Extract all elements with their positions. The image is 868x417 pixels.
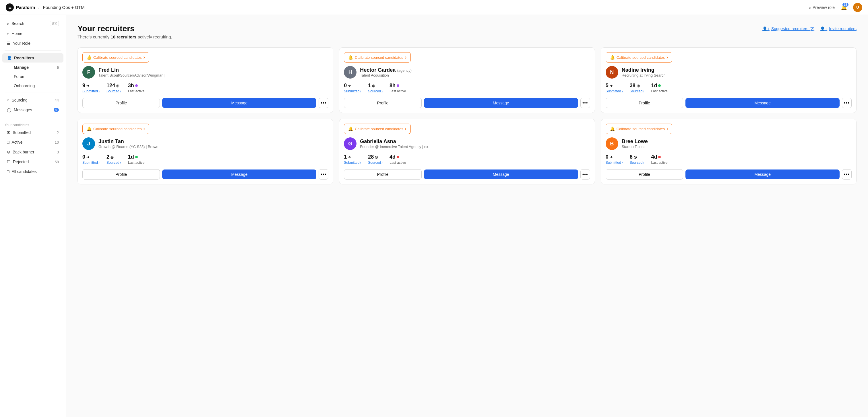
stat-last-active-bree-lowe: 4d Last active (651, 154, 668, 165)
sidebar-subitem-onboarding[interactable]: Onboarding (2, 81, 63, 90)
card-actions-fred-lin: Profile Message ••• (82, 98, 329, 108)
card-actions-gabriella-asna: Profile Message ••• (344, 169, 590, 179)
sidebar-divider-1 (5, 50, 61, 51)
more-options-button-nadine-irving[interactable]: ••• (842, 98, 851, 108)
role-icon: ☰ (7, 41, 11, 45)
search-icon: ⌕ (7, 21, 9, 26)
dots-icon: ••• (844, 172, 849, 177)
profile-button-hector-gardea[interactable]: Profile (344, 98, 422, 108)
send-icon: ➔ (348, 155, 351, 159)
recruiter-avatar-hector-gardea: H (344, 66, 356, 78)
recruiter-info-justin-tan: J Justin Tan Growth @ Roame (YC S23) | B… (82, 137, 329, 150)
main-header: Your recruiters There's currently 16 rec… (78, 24, 857, 39)
calibrate-button-gabriella-asna[interactable]: 🔔 Calibrate sourced candidates › (344, 124, 411, 134)
submitted-link-bree-lowe[interactable]: Submitted › (606, 161, 623, 165)
recruiter-avatar-bree-lowe: B (606, 137, 618, 150)
more-options-button-justin-tan[interactable]: ••• (319, 169, 329, 179)
sidebar-item-search[interactable]: ⌕ Search ⌘K (2, 19, 63, 28)
sourced-link-bree-lowe[interactable]: Sourced › (630, 161, 644, 165)
recruiter-name-justin-tan: Justin Tan (98, 139, 158, 144)
stat-last-active-hector-gardea: 8h Last active (390, 82, 406, 93)
recruiter-avatar-nadine-irving: N (606, 66, 618, 78)
submitted-link-fred-lin[interactable]: Submitted › (82, 89, 100, 93)
sourced-link-justin-tan[interactable]: Sourced › (106, 161, 121, 165)
recruiter-desc-nadine-irving: Recruiting at Irving Search (622, 73, 665, 77)
sidebar-item-submitted[interactable]: ✉ Submitted 2 (2, 128, 63, 137)
stats-row-fred-lin: 9 ➔ Submitted › 124 ◎ Sourced › (82, 82, 329, 93)
submitted-link-gabriella-asna[interactable]: Submitted › (344, 161, 361, 165)
recruiter-name-nadine-irving: Nadine Irving (622, 67, 665, 73)
send-icon: ➔ (86, 155, 89, 159)
sidebar-item-active[interactable]: □ Active 10 (2, 138, 63, 147)
sidebar-item-your-role[interactable]: ☰ Your Role (2, 39, 63, 48)
sourcing-icon: ○ (7, 98, 9, 102)
notification-button[interactable]: 🔔 15 (839, 3, 848, 12)
more-options-button-hector-gardea[interactable]: ••• (580, 98, 590, 108)
chevron-right-icon: › (666, 55, 668, 60)
recruiter-name-fred-lin: Fred Lin (98, 67, 165, 73)
activity-dot-hector-gardea (397, 84, 399, 87)
message-button-nadine-irving[interactable]: Message (685, 98, 840, 108)
stat-submitted-hector-gardea: 0 ➔ Submitted › (344, 82, 361, 93)
more-options-button-fred-lin[interactable]: ••• (319, 98, 329, 108)
dots-icon: ••• (321, 172, 327, 177)
message-button-gabriella-asna[interactable]: Message (424, 170, 578, 179)
submitted-link-hector-gardea[interactable]: Submitted › (344, 89, 361, 93)
recruiter-desc-hector-gardea: Talent Acquisition (360, 73, 412, 77)
message-button-fred-lin[interactable]: Message (162, 98, 316, 108)
submitted-link-justin-tan[interactable]: Submitted › (82, 161, 100, 165)
more-options-button-bree-lowe[interactable]: ••• (842, 169, 851, 179)
calibrate-button-bree-lowe[interactable]: 🔔 Calibrate sourced candidates › (606, 124, 673, 134)
submitted-link-nadine-irving[interactable]: Submitted › (606, 89, 623, 93)
sidebar-item-rejected[interactable]: ☐ Rejected 58 (2, 157, 63, 166)
sidebar-item-backburner[interactable]: ⊙ Back burner 3 (2, 147, 63, 157)
sourced-link-nadine-irving[interactable]: Sourced › (630, 89, 644, 93)
sidebar-item-sourcing[interactable]: ○ Sourcing 44 (2, 96, 63, 105)
sourced-link-fred-lin[interactable]: Sourced › (106, 89, 121, 93)
invite-recruiters-link[interactable]: 👤+ Invite recruiters (820, 26, 857, 31)
more-options-button-gabriella-asna[interactable]: ••• (580, 169, 590, 179)
profile-button-bree-lowe[interactable]: Profile (606, 169, 683, 179)
sidebar-subitem-manage[interactable]: Manage 6 (2, 63, 63, 72)
backburner-icon: ⊙ (7, 150, 10, 154)
calibrate-button-nadine-irving[interactable]: 🔔 Calibrate sourced candidates › (606, 52, 673, 63)
eye-icon: ◎ (375, 155, 378, 159)
recruiter-desc-gabriella-asna: Founder @ Immersive Talent Agency | ex- (360, 144, 429, 149)
recruiter-desc-bree-lowe: Startup Talent (622, 144, 648, 149)
stat-submitted-fred-lin: 9 ➔ Submitted › (82, 82, 100, 93)
dots-icon: ••• (582, 100, 588, 106)
recruiter-card-hector-gardea: 🔔 Calibrate sourced candidates › H Hecto… (339, 47, 595, 113)
send-icon: ➔ (610, 84, 613, 88)
recruiter-name-gabriella-asna: Gabriella Asna (360, 139, 429, 144)
send-icon: ➔ (86, 84, 89, 88)
sourced-link-hector-gardea[interactable]: Sourced › (368, 89, 383, 93)
sidebar-item-home[interactable]: ⌂ Home (2, 29, 63, 38)
chevron-right-icon: › (405, 55, 406, 60)
message-button-justin-tan[interactable]: Message (162, 170, 316, 179)
profile-button-fred-lin[interactable]: Profile (82, 98, 160, 108)
profile-button-justin-tan[interactable]: Profile (82, 169, 160, 179)
activity-dot-bree-lowe (658, 156, 661, 158)
calibrate-button-justin-tan[interactable]: 🔔 Calibrate sourced candidates › (82, 124, 149, 134)
main-content: Your recruiters There's currently 16 rec… (66, 15, 868, 417)
sidebar-item-all-candidates[interactable]: □ All candidates (2, 167, 63, 176)
stat-sourced-gabriella-asna: 28 ◎ Sourced › (368, 154, 383, 165)
sidebar-item-messages[interactable]: ◯ Messages 6 (2, 105, 63, 114)
bell-calibrate-icon: 🔔 (87, 55, 92, 60)
message-button-bree-lowe[interactable]: Message (685, 170, 840, 179)
message-button-hector-gardea[interactable]: Message (424, 98, 578, 108)
user-avatar[interactable]: U (853, 3, 862, 12)
sidebar-subitem-forum[interactable]: Forum (2, 72, 63, 81)
calibrate-button-fred-lin[interactable]: 🔔 Calibrate sourced candidates › (82, 52, 149, 63)
chevron-right-icon: › (405, 126, 406, 131)
suggested-recruiters-link[interactable]: 👤+ Suggested recruiters (2) (763, 26, 814, 31)
preview-role-button[interactable]: ⌕ Preview role (809, 5, 835, 10)
profile-button-nadine-irving[interactable]: Profile (606, 98, 683, 108)
calibrate-button-hector-gardea[interactable]: 🔔 Calibrate sourced candidates › (344, 52, 411, 63)
last-active-label-fred-lin: Last active (128, 89, 144, 93)
recruiter-card-nadine-irving: 🔔 Calibrate sourced candidates › N Nadin… (601, 47, 857, 113)
sidebar-item-recruiters[interactable]: 👤 Recruiters (2, 53, 63, 63)
profile-button-gabriella-asna[interactable]: Profile (344, 169, 422, 179)
sourced-link-gabriella-asna[interactable]: Sourced › (368, 161, 383, 165)
stats-row-bree-lowe: 0 ➔ Submitted › 8 ◎ Sourced › (606, 154, 851, 165)
